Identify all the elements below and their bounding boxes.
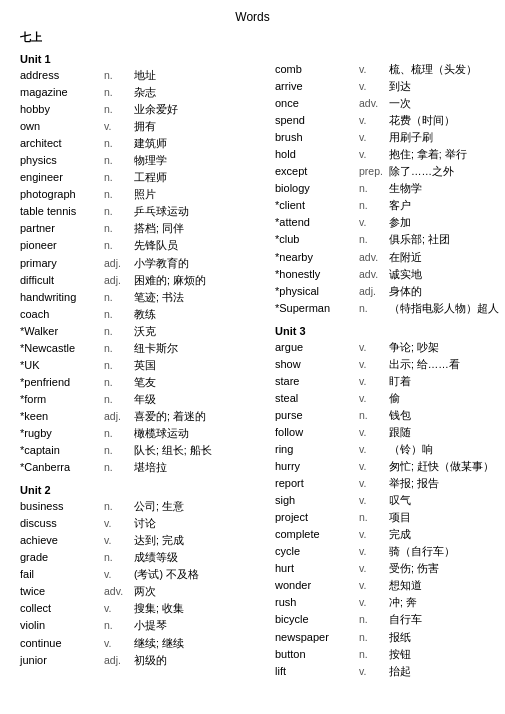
- word-definition: 照片: [134, 186, 156, 202]
- table-row: spendv.花费（时间）: [275, 112, 505, 129]
- word-pos: v.: [359, 458, 385, 474]
- word-pos: n.: [104, 340, 130, 356]
- table-row: addressn.地址: [20, 67, 275, 84]
- word-term: coach: [20, 306, 100, 323]
- word-definition: 出示; 给……看: [389, 356, 460, 372]
- word-pos: v.: [359, 390, 385, 406]
- table-row: bicyclen.自行车: [275, 611, 505, 628]
- word-definition: 自行车: [389, 611, 422, 627]
- word-definition: 完成: [389, 526, 411, 542]
- word-term: *keen: [20, 408, 100, 425]
- word-term: project: [275, 509, 355, 526]
- word-pos: v.: [104, 635, 130, 651]
- word-pos: v.: [104, 532, 130, 548]
- word-pos: n.: [104, 617, 130, 633]
- table-row: coachn.教练: [20, 306, 275, 323]
- word-pos: n.: [359, 231, 385, 247]
- word-definition: 身体的: [389, 283, 422, 299]
- table-row: arrivev.到达: [275, 78, 505, 95]
- word-pos: prep.: [359, 163, 385, 179]
- word-pos: n.: [359, 509, 385, 525]
- unit2-left-wordlist: businessn.公司; 生意discussv.讨论achievev.达到; …: [20, 498, 275, 668]
- word-term: achieve: [20, 532, 100, 549]
- word-term: *UK: [20, 357, 100, 374]
- word-term: hurry: [275, 458, 355, 475]
- word-term: bicycle: [275, 611, 355, 628]
- word-pos: n.: [104, 357, 130, 373]
- word-pos: v.: [359, 61, 385, 77]
- word-definition: 盯着: [389, 373, 411, 389]
- table-row: pursen.钱包: [275, 407, 505, 424]
- word-pos: v.: [359, 577, 385, 593]
- table-row: arguev.争论; 吵架: [275, 339, 505, 356]
- word-pos: n.: [104, 84, 130, 100]
- word-definition: 偷: [389, 390, 400, 406]
- table-row: *captainn.队长; 组长; 船长: [20, 442, 275, 459]
- table-row: onceadv.一次: [275, 95, 505, 112]
- table-row: projectn.项目: [275, 509, 505, 526]
- word-pos: n.: [104, 306, 130, 322]
- table-row: primaryadj.小学教育的: [20, 255, 275, 272]
- word-term: cycle: [275, 543, 355, 560]
- table-row: pioneern.先锋队员: [20, 237, 275, 254]
- word-term: *physical: [275, 283, 355, 300]
- word-term: junior: [20, 652, 100, 669]
- table-row: hurtv.受伤; 伤害: [275, 560, 505, 577]
- word-definition: 争论; 吵架: [389, 339, 439, 355]
- table-row: ownv.拥有: [20, 118, 275, 135]
- word-definition: 教练: [134, 306, 156, 322]
- word-pos: n.: [359, 629, 385, 645]
- word-term: once: [275, 95, 355, 112]
- word-term: *client: [275, 197, 355, 214]
- table-row: *honestlyadv.诚实地: [275, 266, 505, 283]
- table-row: engineern.工程师: [20, 169, 275, 186]
- word-pos: n.: [104, 442, 130, 458]
- word-pos: n.: [104, 101, 130, 117]
- table-row: *clientn.客户: [275, 197, 505, 214]
- word-term: *penfriend: [20, 374, 100, 391]
- word-definition: （铃）响: [389, 441, 433, 457]
- word-definition: 搜集; 收集: [134, 600, 184, 616]
- word-term: wonder: [275, 577, 355, 594]
- word-pos: n.: [359, 646, 385, 662]
- table-row: handwritingn.笔迹; 书法: [20, 289, 275, 306]
- table-row: showv.出示; 给……看: [275, 356, 505, 373]
- word-term: stare: [275, 373, 355, 390]
- word-term: *form: [20, 391, 100, 408]
- word-term: architect: [20, 135, 100, 152]
- table-row: achievev.达到; 完成: [20, 532, 275, 549]
- word-term: twice: [20, 583, 100, 600]
- word-definition: 报纸: [389, 629, 411, 645]
- word-pos: v.: [104, 600, 130, 616]
- word-definition: 继续; 继续: [134, 635, 184, 651]
- word-definition: 拥有: [134, 118, 156, 134]
- word-definition: 建筑师: [134, 135, 167, 151]
- word-definition: 纽卡斯尔: [134, 340, 178, 356]
- word-pos: adj.: [359, 283, 385, 299]
- word-definition: 初级的: [134, 652, 167, 668]
- word-definition: 业余爱好: [134, 101, 178, 117]
- word-term: except: [275, 163, 355, 180]
- table-row: ringv.（铃）响: [275, 441, 505, 458]
- word-definition: 除了……之外: [389, 163, 454, 179]
- unit3-header: Unit 3: [275, 325, 505, 337]
- word-term: *Superman: [275, 300, 355, 317]
- word-pos: v.: [359, 373, 385, 389]
- word-term: *club: [275, 231, 355, 248]
- word-pos: n.: [104, 391, 130, 407]
- word-pos: v.: [104, 118, 130, 134]
- word-pos: n.: [104, 169, 130, 185]
- word-definition: 按钮: [389, 646, 411, 662]
- table-row: liftv.抬起: [275, 663, 505, 680]
- table-row: partnern.搭档; 同伴: [20, 220, 275, 237]
- word-definition: 梳、梳理（头发）: [389, 61, 477, 77]
- word-definition: 用刷子刷: [389, 129, 433, 145]
- table-row: physicsn.物理学: [20, 152, 275, 169]
- word-term: hobby: [20, 101, 100, 118]
- table-row: sighv.叹气: [275, 492, 505, 509]
- word-definition: 跟随: [389, 424, 411, 440]
- word-pos: n.: [104, 67, 130, 83]
- word-pos: v.: [359, 339, 385, 355]
- table-row: cyclev.骑（自行车）: [275, 543, 505, 560]
- word-term: purse: [275, 407, 355, 424]
